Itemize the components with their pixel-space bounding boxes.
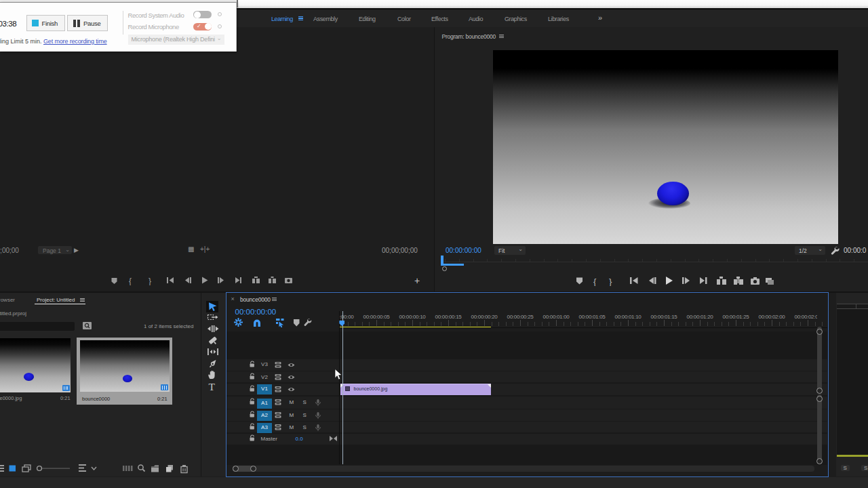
svg-text:T: T — [209, 381, 216, 392]
svg-text:{: { — [593, 277, 597, 287]
svg-text:}: } — [609, 277, 612, 287]
svg-text:}: } — [149, 277, 151, 286]
svg-text:{: { — [129, 277, 132, 286]
